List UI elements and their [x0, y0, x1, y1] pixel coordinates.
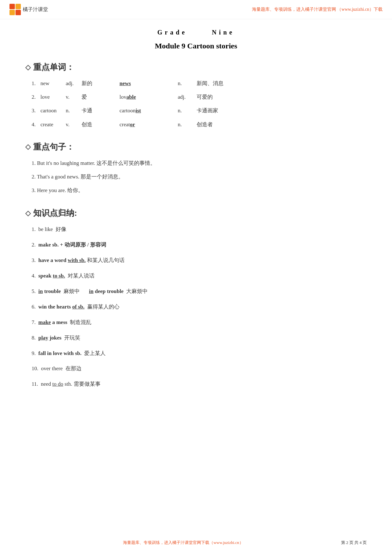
- k-num-1: 1.: [32, 226, 37, 232]
- knowledge-item-9: 9. fall in love with sb. 爱上某人: [32, 349, 367, 358]
- vocab-derived-meaning-4: 创造者: [195, 120, 213, 129]
- k-cn-3: 和某人说几句话: [87, 257, 125, 263]
- vocab-section: ◇ 重点单词： 1. new adj. 新的 news n. 新闻、消息 2. …: [25, 62, 367, 129]
- logo-area: 橘子汁课堂: [9, 4, 48, 15]
- vocab-word-3: cartoon: [40, 106, 66, 115]
- logo-text: 橘子汁课堂: [23, 6, 48, 13]
- svg-rect-2: [9, 10, 15, 15]
- sentence-en-2: 2. That's a good news.: [32, 174, 79, 180]
- vocab-row-4: 4. create v. 创造 creator n. 创造者: [32, 120, 367, 129]
- k-content-3-a: have a word with sb.: [38, 257, 86, 263]
- diamond-icon-sentences: ◇: [25, 143, 31, 151]
- vocab-derived-4: creator: [119, 120, 176, 129]
- diamond-icon-knowledge: ◇: [25, 209, 31, 217]
- vocab-title: 重点单词：: [33, 62, 74, 73]
- k-num-9: 9.: [32, 350, 37, 356]
- k-num-2: 2.: [32, 242, 37, 248]
- vocab-derived-2: lovable: [119, 93, 176, 101]
- knowledge-item-8: 8. play jokes 开玩笑: [32, 334, 367, 343]
- k-cn-1: 好像: [56, 226, 66, 232]
- header-tagline: 海量题库、专项训练，进入橘子汁课堂官网 （www.juzizhi.cn）下载: [252, 7, 383, 12]
- vocab-pos-2: v.: [66, 93, 82, 101]
- vocab-derived-pos-1: n.: [176, 79, 195, 88]
- vocab-derived-pos-3: n.: [176, 106, 195, 115]
- diamond-icon-vocab: ◇: [25, 63, 31, 72]
- k-num-8: 8.: [32, 335, 37, 341]
- knowledge-item-7: 7. make a mess 制造混乱: [32, 318, 367, 327]
- vocab-word-2: love: [40, 93, 66, 101]
- knowledge-title: 知识点归纳:: [33, 208, 77, 219]
- footer-tagline-text: 海量题库、专项训练，进入橘子汁课堂官网下载（www.juzizhi.cn）: [123, 540, 243, 545]
- vocab-num-1: 1.: [32, 79, 40, 88]
- vocab-derived-meaning-2: 可爱的: [195, 93, 213, 101]
- sentences-title: 重点句子：: [33, 141, 74, 153]
- k-cn-9: 爱上某人: [83, 350, 106, 356]
- sentence-item-2: 2. That's a good news. 那是一个好消息。: [32, 172, 367, 182]
- k-cn-8: 开玩笑: [63, 335, 80, 341]
- page-header: 橘子汁课堂 海量题库、专项训练，进入橘子汁课堂官网 （www.juzizhi.c…: [0, 0, 392, 19]
- vocab-pos-3: n.: [66, 106, 82, 115]
- k-cn-6: 赢得某人的心: [86, 304, 119, 310]
- sentence-item-1: 1. But it's no laughing matter. 这不是什么可笑的…: [32, 159, 367, 168]
- page-footer: 海量题库、专项训练，进入橘子汁课堂官网下载（www.juzizhi.cn） 第 …: [0, 540, 392, 546]
- knowledge-section-header: ◇ 知识点归纳:: [25, 208, 367, 219]
- k-num-5: 5.: [32, 288, 37, 294]
- knowledge-item-5: 5. in trouble 麻烦中 in deep trouble 大麻烦中: [32, 287, 367, 296]
- vocab-derived-1: news: [119, 79, 176, 88]
- sentence-cn-2: 那是一个好消息。: [81, 174, 124, 180]
- knowledge-item-1: 1. be like 好像: [32, 225, 367, 234]
- vocab-derived-3: cartoonist: [119, 106, 176, 115]
- vocab-meaning-2: 爱: [82, 93, 119, 101]
- k-content-5-b: in deep trouble: [89, 288, 124, 294]
- sentence-item-3: 3. Here you are. 给你。: [32, 186, 367, 195]
- vocab-derived-meaning-3: 卡通画家: [195, 106, 218, 115]
- grade-line: Grade Nine: [25, 29, 367, 36]
- knowledge-section: ◇ 知识点归纳: 1. be like 好像 2. make sb. + 动词原…: [25, 208, 367, 389]
- vocab-word-4: create: [40, 120, 66, 129]
- k-num-11: 11.: [32, 381, 40, 387]
- k-content-7-a: make: [38, 319, 51, 325]
- k-num-4: 4.: [32, 273, 37, 279]
- vocab-derived-meaning-1: 新闻、消息: [195, 79, 224, 88]
- vocab-num-2: 2.: [32, 93, 40, 101]
- grade-label: Grade: [157, 29, 187, 36]
- svg-rect-1: [15, 4, 21, 9]
- vocab-word-1: new: [40, 79, 66, 88]
- k-content-9: fall in love with sb.: [38, 350, 82, 356]
- knowledge-item-10: 10. over there 在那边: [32, 364, 367, 373]
- k-cn-10: 在那边: [64, 365, 81, 371]
- vocab-num-3: 3.: [32, 106, 40, 115]
- vocab-meaning-4: 创造: [82, 120, 119, 129]
- vocab-row-1: 1. new adj. 新的 news n. 新闻、消息: [32, 79, 367, 88]
- k-cn-4: 对某人说话: [66, 273, 95, 279]
- k-content-1: be like: [38, 226, 54, 232]
- knowledge-item-6: 6. win the hearts of sb. 赢得某人的心: [32, 302, 367, 312]
- k-content-8-a: play: [38, 335, 48, 341]
- sentence-cn-3: 给你。: [67, 187, 83, 193]
- k-content-7-b: a mess: [52, 319, 67, 325]
- k-cn-5-b: 大麻烦中: [125, 288, 148, 294]
- vocab-num-4: 4.: [32, 120, 40, 129]
- footer-page: 第 2 页 共 4 页: [341, 540, 367, 546]
- k-content-11: need to do sth.: [41, 381, 72, 387]
- main-content: Grade Nine Module 9 Cartoon stories ◇ 重点…: [0, 19, 392, 427]
- k-content-6: win the hearts of sb.: [38, 304, 84, 310]
- vocab-section-header: ◇ 重点单词：: [25, 62, 367, 73]
- k-num-3: 3.: [32, 257, 37, 263]
- sentence-cn-1: 这不是什么可笑的事情。: [96, 160, 156, 166]
- k-content-4: speak to sb.: [38, 273, 65, 279]
- sentence-en-3: 3. Here you are.: [32, 187, 66, 193]
- vocab-pos-1: adj.: [66, 79, 82, 88]
- vocab-meaning-3: 卡通: [82, 106, 119, 115]
- sentences-section-header: ◇ 重点句子：: [25, 141, 367, 153]
- k-content-8-b: jokes: [50, 335, 62, 341]
- knowledge-item-4: 4. speak to sb. 对某人说话: [32, 271, 367, 281]
- vocab-row-3: 3. cartoon n. 卡通 cartoonist n. 卡通画家: [32, 106, 367, 115]
- vocab-row-2: 2. love v. 爱 lovable adj. 可爱的: [32, 93, 367, 101]
- vocab-table: 1. new adj. 新的 news n. 新闻、消息 2. love v. …: [32, 79, 367, 129]
- svg-rect-0: [9, 4, 15, 9]
- k-content-5-a: in trouble: [38, 288, 61, 294]
- vocab-derived-pos-4: n.: [176, 120, 195, 129]
- k-num-10: 10.: [32, 365, 40, 371]
- vocab-derived-pos-2: adj.: [176, 93, 195, 101]
